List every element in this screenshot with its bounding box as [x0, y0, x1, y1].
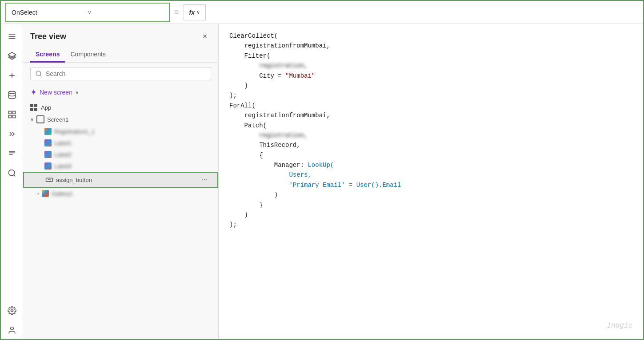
- search-input[interactable]: [46, 70, 206, 77]
- database-icon[interactable]: [2, 86, 22, 104]
- code-line: Filter(: [229, 51, 632, 61]
- list-item[interactable]: Label3: [23, 160, 218, 172]
- sidebar-icons: [1, 24, 23, 339]
- code-line: ): [229, 190, 632, 200]
- search-box: [30, 67, 211, 80]
- svg-point-16: [11, 310, 13, 312]
- code-line: ): [229, 210, 632, 220]
- fx-button[interactable]: fx ∨: [184, 4, 206, 20]
- add-icon[interactable]: [2, 67, 22, 84]
- code-line: registration,: [229, 61, 632, 71]
- code-line: ): [229, 81, 632, 91]
- label3-icon: [44, 162, 52, 170]
- svg-point-14: [8, 170, 14, 176]
- app-item[interactable]: App: [23, 102, 218, 113]
- code-line: }: [229, 200, 632, 210]
- tree-tabs: Screens Components: [23, 47, 218, 63]
- gallery1-icon: [42, 190, 49, 197]
- label2-label: Label2: [54, 151, 211, 158]
- tab-components[interactable]: Components: [65, 47, 111, 63]
- app-icon: [30, 104, 37, 111]
- tree-view-header: Tree view ×: [23, 24, 218, 47]
- new-screen-chevron-icon: ∨: [75, 89, 79, 95]
- equals-sign: =: [174, 8, 179, 17]
- code-line: );: [229, 91, 632, 100]
- screen1-chevron-icon: ∨: [30, 117, 34, 123]
- top-bar: OnSelect ∨ = fx ∨: [1, 1, 643, 24]
- screen1-item[interactable]: ∨ Screen1: [23, 113, 218, 126]
- more-options-button[interactable]: ···: [199, 175, 210, 185]
- code-line: ClearCollect(: [229, 31, 632, 41]
- fx-chevron-icon: ∨: [196, 9, 200, 15]
- label3-label: Label3: [54, 163, 211, 170]
- chevron-down-icon: ∨: [88, 9, 164, 16]
- code-line: City = "Mumbai": [229, 71, 632, 81]
- media-icon[interactable]: [2, 106, 22, 123]
- svg-point-6: [8, 91, 15, 94]
- assign-button-label: assign_button: [56, 177, 196, 183]
- svg-rect-7: [8, 111, 11, 114]
- settings-icon[interactable]: [2, 302, 22, 320]
- gallery1-label: Gallery1: [52, 190, 211, 197]
- list-item[interactable]: Label1: [23, 137, 218, 149]
- svg-rect-9: [8, 115, 11, 118]
- list-item[interactable]: Registration1_1: [23, 126, 218, 137]
- code-line: Patch(: [229, 121, 632, 130]
- tab-screens[interactable]: Screens: [30, 47, 65, 63]
- registration-icon: [44, 128, 52, 135]
- gallery1-item[interactable]: › Gallery1: [23, 188, 218, 199]
- plus-icon: ✦: [30, 87, 37, 97]
- code-line: registrationfromMumbai,: [229, 41, 632, 51]
- code-line: Manager: LookUp(: [229, 160, 632, 170]
- code-line: ThisRecord,: [229, 140, 632, 150]
- code-line: 'Primary Email' = User().Email: [229, 180, 632, 190]
- svg-rect-8: [12, 111, 15, 114]
- inogic-watermark: Inogic: [607, 320, 632, 332]
- tree-items: App ∨ Screen1 Registration1_1 Label1: [23, 100, 218, 339]
- property-dropdown[interactable]: OnSelect ∨: [5, 3, 170, 22]
- new-screen-button[interactable]: ✦ New screen ∨: [23, 85, 218, 100]
- code-line: registration,: [229, 130, 632, 140]
- fx-label: fx: [189, 9, 195, 16]
- app-label: App: [41, 104, 51, 111]
- code-line: ForAll(: [229, 101, 632, 111]
- new-screen-label: New screen: [40, 89, 72, 96]
- code-line: {: [229, 150, 632, 160]
- label2-icon: [44, 151, 52, 158]
- svg-line-15: [13, 175, 15, 177]
- label1-label: Label1: [54, 140, 211, 146]
- close-button[interactable]: ×: [199, 30, 211, 43]
- registration-label: Registration1_1: [54, 128, 211, 135]
- list-item[interactable]: Label2: [23, 149, 218, 160]
- search-input-icon: [35, 70, 42, 77]
- variables-icon[interactable]: [2, 145, 22, 162]
- account-icon[interactable]: [2, 321, 22, 339]
- screen1-label: Screen1: [47, 116, 211, 123]
- tools-icon[interactable]: [2, 125, 22, 143]
- layers-icon[interactable]: [2, 47, 22, 65]
- svg-rect-10: [12, 115, 15, 118]
- code-line: registrationfromMumbai,: [229, 111, 632, 120]
- main-area: Tree view × Screens Components ✦ New scr…: [1, 24, 643, 339]
- svg-point-17: [10, 327, 13, 330]
- label1-icon: [44, 139, 52, 146]
- svg-point-18: [36, 71, 41, 76]
- gallery1-chevron-icon: ›: [37, 191, 39, 196]
- code-line: );: [229, 220, 632, 229]
- property-label: OnSelect: [12, 9, 88, 16]
- svg-line-19: [40, 75, 41, 76]
- tree-view-title: Tree view: [30, 32, 66, 41]
- tree-view-panel: Tree view × Screens Components ✦ New scr…: [23, 24, 219, 339]
- screen-icon: [36, 115, 44, 123]
- button-icon: [45, 176, 53, 184]
- assign-button-item[interactable]: assign_button ···: [23, 172, 218, 188]
- hamburger-menu-icon[interactable]: [2, 28, 22, 45]
- code-editor[interactable]: ClearCollect( registrationfromMumbai, Fi…: [219, 24, 643, 339]
- code-line: Users,: [229, 170, 632, 180]
- search-icon[interactable]: [2, 164, 22, 182]
